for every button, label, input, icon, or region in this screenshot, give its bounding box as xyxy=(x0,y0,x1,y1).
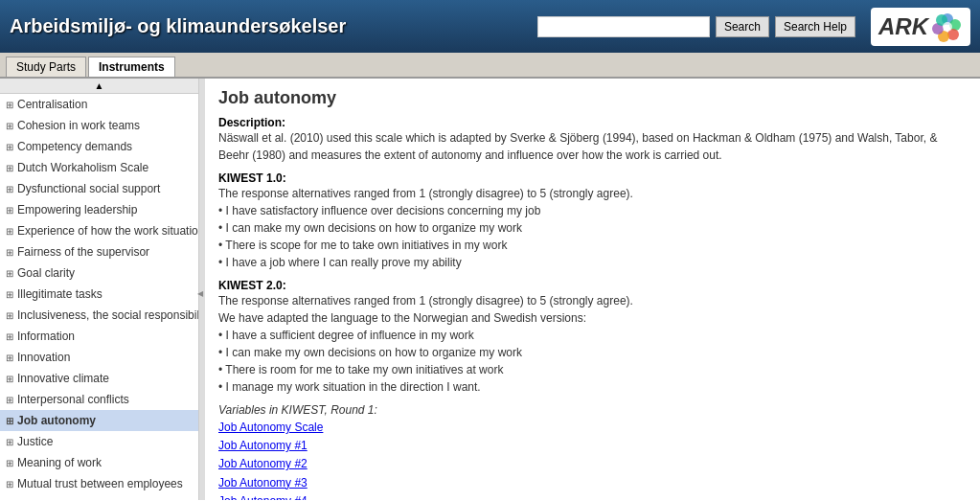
tab-study-parts[interactable]: Study Parts xyxy=(6,57,86,77)
var-link-0-2[interactable]: Job Autonomy #2 xyxy=(218,455,967,473)
plus-icon-5: ⊞ xyxy=(6,203,13,217)
main-layout: ▲ ⊞Centralisation⊞Cohesion in work teams… xyxy=(0,79,980,500)
kiwest-line: • I can make my own decisions on how to … xyxy=(218,219,967,237)
sidebar-item-label-17: Meaning of work xyxy=(17,454,102,471)
sidebar-item-15[interactable]: ⊞Job autonomy xyxy=(0,410,198,431)
sidebar-item-label-1: Cohesion in work teams xyxy=(17,117,140,134)
plus-icon-6: ⊞ xyxy=(6,224,13,239)
sidebar-scroll-up[interactable]: ▲ xyxy=(0,79,198,94)
sidebar-item-label-7: Fairness of the supervisor xyxy=(17,243,149,261)
variables-title-0: Variables in KIWEST, Round 1: xyxy=(218,403,967,417)
kiwest-line: The response alternatives ranged from 1 … xyxy=(218,185,967,202)
resize-handle[interactable] xyxy=(199,79,205,500)
sidebar-item-5[interactable]: ⊞Empowering leadership xyxy=(0,199,198,220)
header-title: Arbeidsmiljø- og klimaundersøkelser xyxy=(10,15,346,37)
plus-icon-11: ⊞ xyxy=(6,330,13,344)
var-link-0-3[interactable]: Job Autonomy #3 xyxy=(218,474,967,492)
sidebar-item-13[interactable]: ⊞Innovative climate xyxy=(0,368,198,389)
plus-icon-12: ⊞ xyxy=(6,351,13,365)
search-help-button[interactable]: Search Help xyxy=(775,16,855,37)
logo-text: ARK xyxy=(878,13,928,40)
var-link-0-1[interactable]: Job Autonomy #1 xyxy=(218,437,967,455)
sidebar-item-12[interactable]: ⊞Innovation xyxy=(0,347,198,368)
kiwest-blocks: KIWEST 1.0:The response alternatives ran… xyxy=(218,171,967,396)
plus-icon-19: ⊞ xyxy=(6,498,13,501)
tab-instruments[interactable]: Instruments xyxy=(88,57,175,77)
page-title: Job autonomy xyxy=(218,88,967,108)
description-label: Description: xyxy=(218,116,285,129)
sidebar-item-19[interactable]: ⊞Organizational commitment xyxy=(0,494,198,500)
sidebar-item-label-8: Goal clarity xyxy=(17,264,75,282)
sidebar-item-3[interactable]: ⊞Dutch Workaholism Scale xyxy=(0,157,198,178)
sidebar-item-label-10: Inclusiveness, the social responsibility xyxy=(17,307,198,324)
content-area: Job autonomy Description: Näswall et al.… xyxy=(205,79,980,500)
header: Arbeidsmiljø- og klimaundersøkelser Sear… xyxy=(0,0,980,53)
kiwest-line: • I manage my work situation in the dire… xyxy=(218,378,967,396)
sidebar-item-14[interactable]: ⊞Interpersonal conflicts xyxy=(0,389,198,410)
sidebar-item-label-0: Centralisation xyxy=(17,96,87,113)
sidebar-item-label-15: Job autonomy xyxy=(17,412,96,429)
plus-icon-13: ⊞ xyxy=(6,372,13,386)
description-text: Näswall et al. (2010) used this scale wh… xyxy=(218,129,967,164)
sidebar-item-18[interactable]: ⊞Mutual trust between employees xyxy=(0,473,198,494)
sidebar-item-label-19: Organizational commitment xyxy=(17,496,157,500)
svg-point-6 xyxy=(943,22,952,32)
sidebar-item-17[interactable]: ⊞Meaning of work xyxy=(0,452,198,473)
sidebar-item-6[interactable]: ⊞Experience of how the work situation im… xyxy=(0,220,198,241)
plus-icon-17: ⊞ xyxy=(6,456,13,470)
sidebar-item-11[interactable]: ⊞Information xyxy=(0,326,198,347)
plus-icon-18: ⊞ xyxy=(6,477,13,491)
sidebar-item-label-2: Competency demands xyxy=(17,138,132,155)
plus-icon-2: ⊞ xyxy=(6,140,13,154)
kiwest-block-1: KIWEST 2.0:The response alternatives ran… xyxy=(218,279,967,396)
sidebar-item-10[interactable]: ⊞Inclusiveness, the social responsibilit… xyxy=(0,305,198,326)
var-link-0-0[interactable]: Job Autonomy Scale xyxy=(218,419,967,437)
search-input[interactable] xyxy=(537,16,710,37)
sidebar-item-label-12: Innovation xyxy=(17,349,70,366)
sidebar-item-label-13: Innovative climate xyxy=(17,370,109,387)
sidebar-item-1[interactable]: ⊞Cohesion in work teams xyxy=(0,115,198,136)
kiwest-line: We have adapted the language to the Norw… xyxy=(218,309,967,327)
tab-bar: Study Parts Instruments xyxy=(0,53,980,79)
sidebar-item-16[interactable]: ⊞Justice xyxy=(0,431,198,452)
variables-sections: Variables in KIWEST, Round 1:Job Autonom… xyxy=(218,403,967,500)
plus-icon-1: ⊞ xyxy=(6,119,13,133)
plus-icon-4: ⊞ xyxy=(6,182,13,196)
sidebar-item-8[interactable]: ⊞Goal clarity xyxy=(0,262,198,284)
kiwest-line: • There is scope for me to take own init… xyxy=(218,237,967,254)
sidebar-item-label-5: Empowering leadership xyxy=(17,201,137,218)
sidebar-item-4[interactable]: ⊞Dysfunctional social support xyxy=(0,178,198,199)
plus-icon-15: ⊞ xyxy=(6,414,13,428)
sidebar-items: ⊞Centralisation⊞Cohesion in work teams⊞C… xyxy=(0,94,198,500)
kiwest-line: • There is room for me to take my own in… xyxy=(218,361,967,378)
sidebar-item-label-9: Illegitimate tasks xyxy=(17,285,103,303)
logo-flower-icon xyxy=(932,11,963,42)
kiwest-title-0: KIWEST 1.0: xyxy=(218,171,967,185)
kiwest-body-0: The response alternatives ranged from 1 … xyxy=(218,185,967,271)
plus-icon-8: ⊞ xyxy=(6,266,13,281)
kiwest-title-1: KIWEST 2.0: xyxy=(218,279,967,292)
kiwest-line: • I can make my own decisions on how to … xyxy=(218,344,967,361)
kiwest-line: • I have satisfactory influence over dec… xyxy=(218,202,967,219)
kiwest-line: • I have a job where I can really prove … xyxy=(218,254,967,271)
description-block: Description: Näswall et al. (2010) used … xyxy=(218,116,967,164)
sidebar-item-label-11: Information xyxy=(17,328,75,345)
sidebar-item-2[interactable]: ⊞Competency demands xyxy=(0,136,198,157)
sidebar-item-label-14: Interpersonal conflicts xyxy=(17,391,129,408)
kiwest-body-1: The response alternatives ranged from 1 … xyxy=(218,292,967,396)
kiwest-line: The response alternatives ranged from 1 … xyxy=(218,292,967,309)
sidebar-item-7[interactable]: ⊞Fairness of the supervisor xyxy=(0,241,198,262)
sidebar: ▲ ⊞Centralisation⊞Cohesion in work teams… xyxy=(0,79,199,500)
plus-icon-3: ⊞ xyxy=(6,161,13,175)
plus-icon-14: ⊞ xyxy=(6,393,13,407)
sidebar-item-9[interactable]: ⊞Illegitimate tasks xyxy=(0,284,198,305)
header-controls: Search Search Help ARK xyxy=(537,8,970,46)
kiwest-line: • I have a sufficient degree of influenc… xyxy=(218,327,967,344)
plus-icon-16: ⊞ xyxy=(6,435,13,449)
var-link-0-4[interactable]: Job Autonomy #4 xyxy=(218,492,967,500)
search-button[interactable]: Search xyxy=(716,16,769,37)
sidebar-item-0[interactable]: ⊞Centralisation xyxy=(0,94,198,115)
sidebar-item-label-3: Dutch Workaholism Scale xyxy=(17,159,148,176)
plus-icon-10: ⊞ xyxy=(6,308,13,323)
plus-icon-7: ⊞ xyxy=(6,245,13,260)
